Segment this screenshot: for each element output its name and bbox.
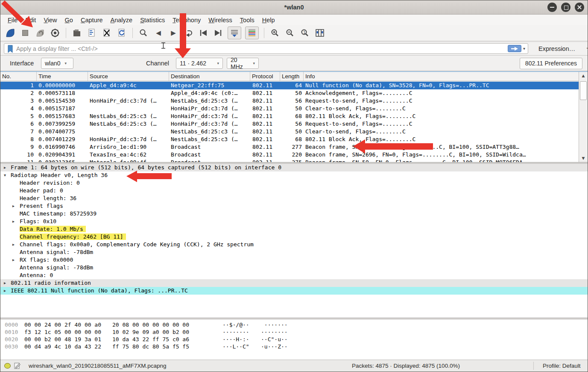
detail-line[interactable]: ▸Channel flags: 0x00a0, Complementary Co… <box>0 241 588 248</box>
profile-status[interactable]: Profile: Default <box>543 363 581 369</box>
packet-row[interactable]: 60.007399259NestLabs_6d:25:c3 (…HonHaiPr… <box>0 120 579 128</box>
zoom-in-icon[interactable] <box>269 27 281 38</box>
menu-edit[interactable]: Edit <box>21 16 40 24</box>
detail-line[interactable]: Header revision: 0 <box>0 179 588 187</box>
detail-line[interactable]: ▸Present flags <box>0 202 588 210</box>
packet-bytes-pane[interactable]: 000000 00 24 00 2f 40 00 a020 08 00 00 0… <box>0 319 588 360</box>
scrollbar-thumb[interactable] <box>580 81 587 100</box>
detail-line[interactable]: ▸Flags: 0x10 <box>0 218 588 225</box>
column-header-protocol[interactable]: Protocol <box>250 72 280 81</box>
hex-row[interactable]: 0010f3 12 1c 05 00 00 00 0010 02 9e 09 a… <box>0 328 588 336</box>
column-header-info[interactable]: Info <box>304 72 588 81</box>
detail-line[interactable]: Channel frequency: 2462 [BG 11] <box>0 233 588 241</box>
expander-open-icon[interactable]: ▾ <box>4 171 6 179</box>
auto-scroll-icon[interactable] <box>228 27 241 39</box>
stop-capture-icon[interactable] <box>20 27 31 38</box>
maximize-button[interactable] <box>561 3 570 12</box>
menu-tools[interactable]: Tools <box>236 16 258 24</box>
packet-row[interactable]: 20.000573118Apple_d4:a9:4c (c0:…802.1150… <box>0 89 579 97</box>
expression-button[interactable]: Expression… <box>538 45 575 52</box>
go-first-packet-icon[interactable] <box>198 27 209 38</box>
find-packet-icon[interactable] <box>138 27 149 38</box>
menu-statistics[interactable]: Statistics <box>136 16 169 24</box>
apply-filter-button[interactable] <box>508 45 521 52</box>
packet-list-header[interactable]: No.TimeSourceDestinationProtocolLengthIn… <box>0 72 588 81</box>
add-filter-button[interactable]: + <box>586 44 588 53</box>
colorize-icon[interactable] <box>245 27 259 39</box>
menu-analyze[interactable]: Analyze <box>107 16 137 24</box>
packet-row[interactable]: 30.005154530HonHaiPr_dd:c3:7d (…NestLabs… <box>0 97 579 105</box>
go-last-packet-icon[interactable] <box>213 27 224 38</box>
menu-help[interactable]: Help <box>258 16 279 24</box>
detail-line[interactable]: Data Rate: 1.0 Mb/s <box>0 225 588 233</box>
restart-capture-icon[interactable] <box>35 27 46 38</box>
go-back-icon[interactable]: ◀ <box>153 27 164 38</box>
menu-file[interactable]: File <box>4 16 21 24</box>
bandwidth-dropdown[interactable]: 20 MHz ▾ <box>227 58 259 69</box>
close-button[interactable] <box>575 3 584 12</box>
hex-row[interactable]: 000000 00 24 00 2f 40 00 a020 08 00 00 0… <box>0 321 588 328</box>
minimize-button[interactable] <box>547 3 557 12</box>
packet-list-scrollbar[interactable]: ▲ ▼ <box>579 72 588 162</box>
detail-line[interactable]: ▾Radiotap Header v0, Length 36 <box>0 171 588 179</box>
scroll-down-icon[interactable]: ▼ <box>580 155 587 161</box>
column-header-time[interactable]: Time <box>37 72 88 81</box>
capture-options-icon[interactable] <box>50 27 61 38</box>
detail-line[interactable]: ▸802.11 radio information <box>0 279 588 287</box>
preferences-80211-button[interactable]: 802.11 Preferences <box>520 58 582 69</box>
expander-closed-icon[interactable]: ▸ <box>4 287 6 295</box>
column-header-destination[interactable]: Destination <box>169 72 250 81</box>
packet-row[interactable]: 50.005157683NestLabs_6d:25:c3 (…HonHaiPr… <box>0 112 579 120</box>
start-capture-icon[interactable] <box>5 27 16 38</box>
expander-closed-icon[interactable]: ▸ <box>12 218 15 225</box>
menu-telephony[interactable]: Telephony <box>169 16 205 24</box>
title-bar[interactable]: *wlan0 <box>0 0 588 15</box>
packet-row[interactable]: 40.005157187HonHaiPr_dd:c3:7d (…802.1150… <box>0 105 579 112</box>
expander-closed-icon[interactable]: ▸ <box>12 202 15 210</box>
display-filter-input[interactable] <box>16 45 508 52</box>
save-file-icon[interactable] <box>86 27 97 38</box>
scroll-up-icon[interactable]: ▲ <box>580 73 587 79</box>
detail-line[interactable]: Antenna: 0 <box>0 272 588 279</box>
packet-row[interactable]: 110.030212365Motorola_fe:09:4fBroadcast8… <box>0 159 579 162</box>
resize-columns-icon[interactable] <box>314 27 325 38</box>
detail-line[interactable]: ▸RX flags: 0x0000 <box>0 256 588 264</box>
menu-capture[interactable]: Capture <box>77 16 107 24</box>
open-file-icon[interactable] <box>71 27 82 38</box>
column-header-source[interactable]: Source <box>88 72 169 81</box>
packet-row[interactable]: 80.007401229HonHaiPr_dd:c3:7d (…NestLabs… <box>0 136 579 143</box>
hex-row[interactable]: 002000 00 b2 00 48 19 3a 0110 da 43 22 f… <box>0 336 588 343</box>
packet-row[interactable]: 90.016990746ArrisGro_1e:d1:90Broadcast80… <box>0 143 579 151</box>
hex-row[interactable]: 003000 d4 a9 4c 10 da 43 22ff 75 80 dc 8… <box>0 343 588 350</box>
detail-line[interactable]: Antenna signal: -78dBm <box>0 264 588 272</box>
detail-line[interactable]: ▸Frame 1: 64 bytes on wire (512 bits), 6… <box>0 164 588 171</box>
packet-row[interactable]: 100.020904391TexasIns_ea:4c:62Broadcast8… <box>0 151 579 159</box>
filter-bookmark-icon[interactable] <box>7 45 14 55</box>
expert-info-icon[interactable] <box>4 363 11 369</box>
expander-closed-icon[interactable]: ▸ <box>12 241 15 248</box>
expander-closed-icon[interactable]: ▸ <box>4 164 6 171</box>
detail-line[interactable]: MAC timestamp: 85725939 <box>0 210 588 218</box>
packet-row[interactable]: 70.007400775NestLabs_6d:25:c3 (…802.1150… <box>0 128 579 136</box>
filter-history-caret-icon[interactable]: ▾ <box>523 46 525 51</box>
column-header-length[interactable]: Length <box>280 72 304 81</box>
menu-go[interactable]: Go <box>61 16 77 24</box>
go-forward-icon[interactable]: ▶ <box>168 27 179 38</box>
expander-closed-icon[interactable]: ▸ <box>12 256 15 264</box>
detail-line[interactable]: Header length: 36 <box>0 195 588 202</box>
channel-dropdown[interactable]: 11 · 2.462 ▾ <box>176 58 223 69</box>
capture-comment-icon[interactable] <box>14 362 21 369</box>
expander-closed-icon[interactable]: ▸ <box>4 279 6 287</box>
menu-view[interactable]: View <box>40 16 61 24</box>
detail-line[interactable]: ▸IEEE 802.11 Null function (No data), Fl… <box>0 287 588 295</box>
column-header-no[interactable]: No. <box>0 72 37 81</box>
go-to-packet-icon[interactable] <box>183 27 194 38</box>
menu-wireless[interactable]: Wireless <box>205 16 236 24</box>
zoom-original-icon[interactable]: 1 <box>299 27 310 38</box>
reload-file-icon[interactable] <box>116 27 127 38</box>
detail-line[interactable]: Antenna signal: -78dBm <box>0 248 588 256</box>
zoom-out-icon[interactable] <box>284 27 295 38</box>
detail-line[interactable]: Header pad: 0 <box>0 187 588 195</box>
close-file-icon[interactable] <box>101 27 112 38</box>
interface-dropdown[interactable]: wlan0 ▾ <box>41 58 73 69</box>
